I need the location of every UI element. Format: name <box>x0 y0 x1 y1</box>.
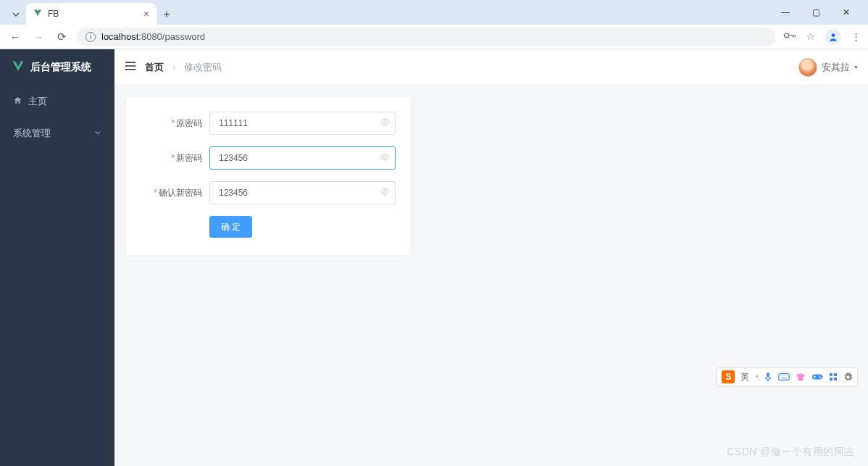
svg-rect-6 <box>779 374 789 380</box>
svg-rect-13 <box>834 378 837 380</box>
svg-rect-5 <box>767 373 769 378</box>
ime-logo-icon[interactable]: S <box>722 370 735 383</box>
close-window-button[interactable]: ✕ <box>838 7 855 17</box>
breadcrumb-current: 修改密码 <box>184 61 222 74</box>
brand: 后台管理系统 <box>0 49 114 86</box>
sidebar-item-label: 系统管理 <box>13 127 51 140</box>
svg-point-3 <box>383 156 386 159</box>
profile-avatar-icon[interactable] <box>825 29 841 45</box>
row-confirm-password: *确认新密码 <box>141 181 396 204</box>
sidebar-item-label: 主页 <box>28 95 47 108</box>
confirm-password-input[interactable] <box>209 181 396 204</box>
sidebar-item-system[interactable]: 系统管理 <box>0 117 114 149</box>
svg-rect-10 <box>830 373 832 376</box>
ime-toolbar[interactable]: S 英 •, <box>717 367 858 386</box>
new-tab-button[interactable]: + <box>157 4 177 25</box>
vue-icon <box>33 9 42 20</box>
browser-tab-strip: FB × + — ▢ ✕ <box>0 0 868 25</box>
new-password-input[interactable] <box>209 146 396 170</box>
new-password-input-wrap <box>209 146 396 170</box>
sidebar-item-home[interactable]: 主页 <box>0 86 114 117</box>
ime-settings-icon[interactable] <box>843 373 853 382</box>
app-root: 后台管理系统 主页 系统管理 首页 › 修改密码 安其拉 ▾ <box>0 49 868 466</box>
vue-logo-icon <box>12 59 25 76</box>
browser-address-bar: ← → ⟳ i localhost:8080/password ☆ ⋮ <box>0 25 868 49</box>
svg-point-2 <box>383 121 386 124</box>
svg-point-1 <box>832 33 835 37</box>
window-controls: — ▢ ✕ <box>777 0 862 25</box>
caret-down-icon: ▾ <box>854 63 858 71</box>
tabs: FB × + <box>6 0 177 25</box>
main-area: 首页 › 修改密码 安其拉 ▾ *原密码 <box>114 49 868 466</box>
ime-tools-icon[interactable] <box>829 373 838 381</box>
close-tab-icon[interactable]: × <box>143 8 149 20</box>
breadcrumb-home[interactable]: 首页 <box>145 61 164 74</box>
ime-skin-icon[interactable] <box>796 372 806 382</box>
breadcrumb-separator-icon: › <box>172 62 175 72</box>
forward-button[interactable]: → <box>30 30 46 43</box>
row-new-password: *新密码 <box>141 146 396 170</box>
eye-icon[interactable] <box>380 117 390 130</box>
ime-punct-icon[interactable]: •, <box>755 372 758 382</box>
browser-tab[interactable]: FB × <box>26 3 157 25</box>
tab-title: FB <box>48 9 59 19</box>
old-password-input[interactable] <box>209 112 396 135</box>
bookmark-star-icon[interactable]: ☆ <box>806 31 815 42</box>
chrome-menu-icon[interactable]: ⋮ <box>851 31 861 42</box>
brand-title: 后台管理系统 <box>30 61 91 74</box>
submit-button[interactable]: 确 定 <box>209 216 252 238</box>
ime-mic-icon[interactable] <box>764 372 772 382</box>
chrome-actions: ☆ ⋮ <box>783 29 861 45</box>
topbar: 首页 › 修改密码 安其拉 ▾ <box>114 49 868 86</box>
maximize-button[interactable]: ▢ <box>807 7 825 17</box>
tab-dropdown-icon[interactable] <box>6 4 26 25</box>
confirm-password-input-wrap <box>209 181 396 204</box>
svg-point-8 <box>819 375 820 377</box>
row-old-password: *原密码 <box>141 112 396 135</box>
old-password-input-wrap <box>209 112 396 135</box>
user-avatar-icon <box>798 58 817 77</box>
reload-button[interactable]: ⟳ <box>54 30 70 43</box>
content: *原密码 *新密码 <box>114 86 868 267</box>
watermark-text: CSDN @做一个有用的阿吉 <box>727 446 855 459</box>
back-button[interactable]: ← <box>7 30 23 43</box>
password-form-card: *原密码 *新密码 <box>126 97 410 255</box>
label-new-password: *新密码 <box>141 152 209 165</box>
ime-keyboard-icon[interactable] <box>778 373 790 381</box>
hamburger-icon[interactable] <box>125 61 136 73</box>
eye-icon[interactable] <box>380 187 390 199</box>
submit-row: 确 定 <box>141 216 396 238</box>
label-confirm-password: *确认新密码 <box>141 187 209 199</box>
user-name: 安其拉 <box>822 61 850 74</box>
ime-language-toggle[interactable]: 英 <box>740 371 749 383</box>
ime-game-icon[interactable] <box>811 373 823 381</box>
svg-rect-12 <box>830 378 832 380</box>
svg-point-4 <box>383 191 386 194</box>
url-input[interactable]: i localhost:8080/password <box>77 28 776 46</box>
home-icon <box>13 96 22 107</box>
site-info-icon[interactable]: i <box>85 32 96 42</box>
password-key-icon[interactable] <box>783 30 796 43</box>
svg-point-9 <box>820 377 822 378</box>
sidebar: 后台管理系统 主页 系统管理 <box>0 49 114 466</box>
eye-icon[interactable] <box>380 152 390 165</box>
user-menu[interactable]: 安其拉 ▾ <box>798 58 858 77</box>
chevron-down-icon <box>94 129 101 138</box>
svg-point-0 <box>785 33 789 38</box>
label-old-password: *原密码 <box>141 117 209 130</box>
url-text: localhost:8080/password <box>101 31 205 42</box>
svg-rect-11 <box>834 373 837 376</box>
minimize-button[interactable]: — <box>777 7 794 17</box>
